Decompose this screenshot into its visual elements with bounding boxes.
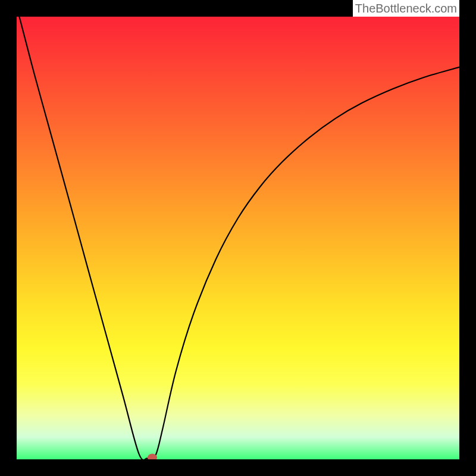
plot-area <box>17 17 459 459</box>
optimum-marker <box>148 454 157 459</box>
chart-frame: TheBottleneck.com <box>0 0 476 476</box>
bottleneck-curve <box>17 17 459 459</box>
watermark-label: TheBottleneck.com <box>353 0 459 17</box>
